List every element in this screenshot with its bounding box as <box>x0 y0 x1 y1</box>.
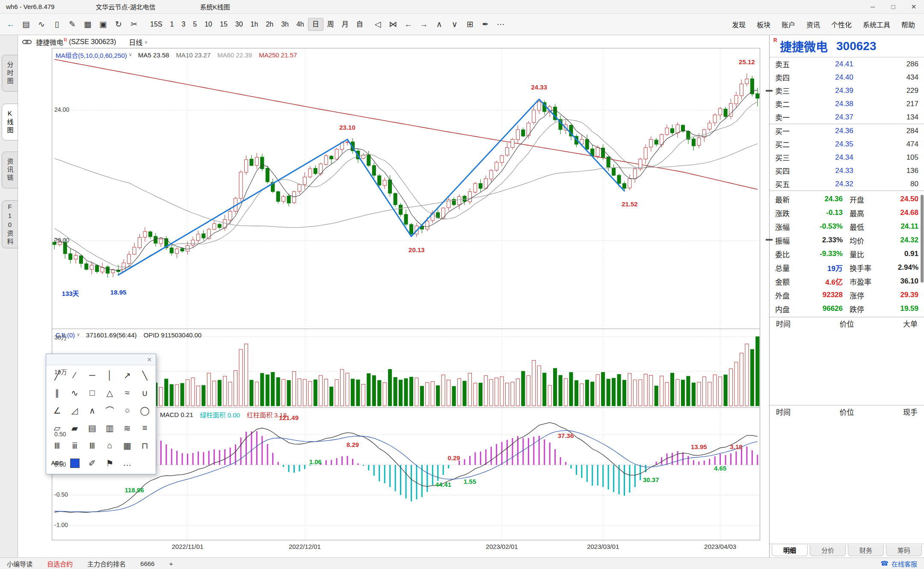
drawing-tools-titlebar[interactable]: ✕ <box>46 354 156 365</box>
ellipse-tool[interactable]: ◯ <box>136 402 154 419</box>
menu-news[interactable]: 资讯 <box>801 19 826 30</box>
kline-chart-canvas[interactable] <box>52 48 760 540</box>
minimize-button[interactable]: ─ <box>862 0 883 13</box>
channel-b-tool[interactable]: ▰ <box>66 419 83 437</box>
rectangle-tool[interactable]: □ <box>83 384 101 402</box>
big-order-list[interactable] <box>770 330 924 405</box>
horizontal-line-tool[interactable]: ─ <box>83 366 101 384</box>
menu-personalize[interactable]: 个性化 <box>826 19 857 30</box>
period-button-10[interactable]: 10 <box>201 18 216 31</box>
play-icon[interactable]: ◁ <box>370 17 385 32</box>
grid-layout-icon[interactable]: ▦ <box>80 17 95 32</box>
draw-line-icon[interactable]: ✎ <box>65 17 80 32</box>
gann-lines-tool[interactable]: ≡ <box>136 419 154 437</box>
ask-row[interactable]: 卖三24.39229 <box>770 84 924 97</box>
period-button-月[interactable]: 月 <box>338 18 352 31</box>
tab-details[interactable]: 明细 <box>772 545 808 556</box>
wave-band-tool[interactable]: ≋ <box>118 419 136 437</box>
collapse-up-icon[interactable]: ∧ <box>432 17 447 32</box>
menu-account[interactable]: 账户 <box>776 19 801 30</box>
triangle-tool[interactable]: △ <box>101 384 118 402</box>
menu-system-tools[interactable]: 系统工具 <box>857 19 896 30</box>
back-icon[interactable]: ← <box>3 17 18 32</box>
refresh-icon[interactable]: ↻ <box>111 17 126 32</box>
cjl-label[interactable]: CJL(0) <box>56 331 75 339</box>
circle-tool[interactable]: ○ <box>118 402 136 419</box>
period-button-3[interactable]: 3 <box>178 18 189 31</box>
tab-price-distribution[interactable]: 分价 <box>810 545 846 556</box>
parallel-lines-tool[interactable]: ∥ <box>48 384 66 402</box>
splitter-grip[interactable] <box>766 90 773 92</box>
period-selector[interactable]: 日线 <box>129 37 142 47</box>
arrow-right-icon[interactable]: → <box>417 17 431 32</box>
menu-discover[interactable]: 发现 <box>726 19 751 30</box>
ask-row[interactable]: 卖二24.38217 <box>770 97 924 110</box>
menu-sectors[interactable]: 板块 <box>751 19 776 30</box>
chevron-down-icon[interactable]: ∨ <box>77 332 80 337</box>
bid-row[interactable]: 买二24.35474 <box>770 137 924 151</box>
line-chart-icon[interactable]: ∿ <box>34 17 49 32</box>
text-tool[interactable]: ABC <box>48 454 66 472</box>
status-main-ranking[interactable]: 主力合约排名 <box>87 559 126 568</box>
vertical-line-tool[interactable]: │ <box>101 366 118 384</box>
scrollbar-thumb[interactable] <box>921 195 924 283</box>
flag-tool[interactable]: ⚑ <box>101 454 118 472</box>
comb-tool[interactable]: ▦ <box>118 437 136 454</box>
period-button-2h[interactable]: 2h <box>262 18 277 31</box>
tick-list[interactable] <box>770 418 924 544</box>
multi-grid-icon[interactable]: ⊞ <box>463 17 477 32</box>
period-button-15S[interactable]: 15S <box>146 18 166 31</box>
period-button-5[interactable]: 5 <box>189 18 201 31</box>
vlines-c-tool[interactable]: Ⅲ <box>83 437 101 454</box>
tab-intraday-chart[interactable]: 分时图 <box>2 55 18 92</box>
period-button-周[interactable]: 周 <box>323 18 338 31</box>
bid-row[interactable]: 买三24.34105 <box>770 151 924 164</box>
pen-icon[interactable]: ✒ <box>478 17 493 32</box>
ask-row[interactable]: 卖五24.41286 <box>770 57 924 71</box>
status-editor-guide[interactable]: 小编导读 <box>7 559 33 568</box>
title-bar[interactable]: wh6 - Ver6.8.479 文华云节点-湖北电信 系统K线图 ─□✕ <box>0 0 924 14</box>
arc-tool[interactable]: ⌒ <box>101 402 118 419</box>
period-button-1[interactable]: 1 <box>166 18 178 31</box>
period-button-3h[interactable]: 3h <box>277 18 293 31</box>
tab-f10-info[interactable]: F10资料 <box>2 200 18 248</box>
cut-icon[interactable]: ✂ <box>127 17 141 32</box>
menu-help[interactable]: 帮助 <box>896 19 921 30</box>
period-button-1h[interactable]: 1h <box>247 18 262 31</box>
period-button-15[interactable]: 15 <box>216 18 231 31</box>
arrow-left-icon[interactable]: ← <box>401 17 416 32</box>
tab-financials[interactable]: 财务 <box>848 545 884 556</box>
wave-tool[interactable]: ≈ <box>118 384 136 402</box>
angle-tool[interactable]: ∠ <box>48 402 66 419</box>
bid-row[interactable]: 买五24.3280 <box>770 177 924 191</box>
band-b-tool[interactable]: ▥ <box>101 419 118 437</box>
trend-line-tool[interactable]: ╱ <box>48 366 66 384</box>
arc-up-tool[interactable]: ∪ <box>136 384 154 402</box>
bid-row[interactable]: 买一24.36284 <box>770 124 924 137</box>
more-icon[interactable]: ⋯ <box>494 17 508 32</box>
tab-kline-chart[interactable]: K线图 <box>2 104 18 140</box>
quote-board-icon[interactable]: ▤ <box>19 17 33 32</box>
period-button-自[interactable]: 自 <box>352 18 367 31</box>
bracket-tool[interactable]: ⊓ <box>136 437 154 454</box>
bid-row[interactable]: 买四24.33136 <box>770 164 924 177</box>
chevron-down-icon[interactable]: ∨ <box>129 52 132 57</box>
vlines-b-tool[interactable]: ⅲ <box>66 437 83 454</box>
close-icon[interactable]: ✕ <box>145 355 154 364</box>
candle-chart-icon[interactable]: ▯ <box>50 17 64 32</box>
period-button-30[interactable]: 30 <box>231 18 247 31</box>
chevron-down-icon[interactable]: ∨ <box>144 39 148 45</box>
status-code[interactable]: 6666 <box>140 560 154 567</box>
expand-down-icon[interactable]: ∨ <box>447 17 462 32</box>
period-button-日[interactable]: 日 <box>308 18 323 31</box>
period-button-4h[interactable]: 4h <box>293 18 308 31</box>
dashed-line-tool[interactable]: ∕ <box>66 366 83 384</box>
ray-line-tool[interactable]: ╲ <box>136 366 154 384</box>
tab-chips[interactable]: 筹码 <box>886 545 922 556</box>
maximize-button[interactable]: □ <box>883 0 903 13</box>
pentagon-tool[interactable]: ⌂ <box>101 437 118 454</box>
arrow-line-tool[interactable]: ↗ <box>118 366 136 384</box>
status-watchlist[interactable]: 自选合约 <box>47 559 73 568</box>
color-swatch[interactable] <box>66 454 83 472</box>
wedge-tool[interactable]: ◿ <box>66 402 83 419</box>
